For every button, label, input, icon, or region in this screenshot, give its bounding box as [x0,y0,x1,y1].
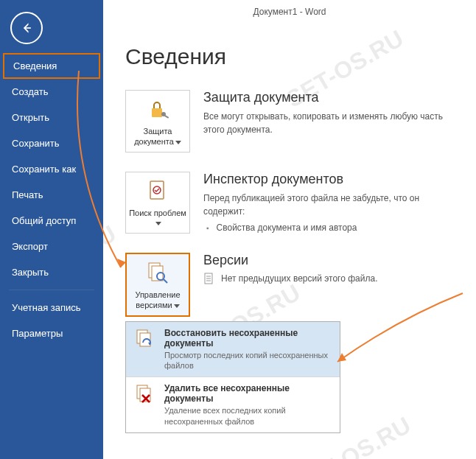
sidebar-item-open[interactable]: Открыть [0,105,103,130]
inspect-section: Поиск проблем Инспектор документов Перед… [125,172,461,234]
sidebar-item-save-as[interactable]: Сохранить как [0,156,103,182]
document-check-icon [144,178,171,205]
versions-none-text: Нет предыдущих версий этого файла. [221,273,378,284]
sidebar-item-new[interactable]: Создать [0,79,103,105]
protect-title: Защита документа [203,90,461,105]
protect-document-button[interactable]: Защита документа [125,90,190,153]
manage-versions-button[interactable]: Управление версиями [125,253,190,317]
sidebar-item-label: Сохранить [12,138,60,149]
inspect-bullet: Свойства документа и имя автора [203,223,461,233]
backstage-sidebar: Сведения Создать Открыть Сохранить Сохра… [0,0,103,459]
protect-section: Защита документа Защита документа Все мо… [125,90,461,153]
sidebar-item-account[interactable]: Учетная запись [0,295,103,320]
sidebar-item-close[interactable]: Закрыть [0,259,103,285]
protect-desc: Все могут открывать, копировать и изменя… [203,110,461,136]
svg-rect-3 [164,115,169,119]
tile-label: Защита документа [134,127,174,146]
document-delete-icon [133,383,157,407]
check-issues-button[interactable]: Поиск проблем [125,172,190,234]
sidebar-item-share[interactable]: Общий доступ [0,208,103,234]
page-title: Сведения [125,44,461,69]
inspect-title: Инспектор документов [203,172,461,187]
svg-line-9 [164,279,167,283]
back-button[interactable] [10,12,43,44]
sidebar-item-label: Закрыть [12,267,49,278]
sidebar-item-print[interactable]: Печать [0,182,103,208]
dropdown-item-desc: Просмотр последних копий несохраненных ф… [164,350,332,371]
sidebar-item-options[interactable]: Параметры [0,320,103,346]
sidebar-item-info[interactable]: Сведения [3,53,100,79]
chevron-down-icon [175,141,181,144]
dropdown-item-title: Восстановить несохраненные документы [164,328,332,348]
document-refresh-icon [133,328,157,351]
versions-dropdown-menu: Восстановить несохраненные документы Про… [125,321,340,433]
versions-title: Версии [203,253,461,268]
window-title: Документ1 - Word [103,0,476,24]
recover-unsaved-item[interactable]: Восстановить несохраненные документы Про… [126,322,340,378]
documents-magnify-icon [144,260,171,287]
lock-icon [144,97,171,123]
document-icon [203,273,215,284]
tile-label: Поиск проблем [129,209,186,217]
delete-unsaved-item[interactable]: Удалить все несохраненные документы Удал… [126,377,340,432]
svg-rect-0 [25,27,31,29]
main-content: Сведения Защита документа Защита докумен… [125,44,461,433]
sidebar-item-label: Создать [12,86,48,97]
chevron-down-icon [155,222,161,225]
sidebar-item-label: Печать [12,189,43,200]
chevron-down-icon [174,304,180,308]
dropdown-item-desc: Удаление всех последних копий несохранен… [164,405,332,427]
dropdown-item-title: Удалить все несохраненные документы [164,383,332,404]
sidebar-item-export[interactable]: Экспорт [0,234,103,259]
sidebar-item-label: Сохранить как [12,164,76,175]
versions-section: Управление версиями Версии Нет предыдущи… [125,253,461,317]
sidebar-item-label: Учетная запись [12,302,81,313]
inspect-desc: Перед публикацией этого файла не забудьт… [203,192,461,218]
sidebar-separator [9,290,94,290]
sidebar-item-label: Сведения [13,60,57,71]
sidebar-item-label: Открыть [12,112,49,123]
sidebar-item-label: Параметры [12,328,63,339]
sidebar-item-label: Общий доступ [12,215,76,226]
sidebar-item-label: Экспорт [12,241,48,252]
sidebar-item-save[interactable]: Сохранить [0,130,103,156]
arrow-left-icon [19,21,34,35]
svg-rect-1 [152,108,162,117]
